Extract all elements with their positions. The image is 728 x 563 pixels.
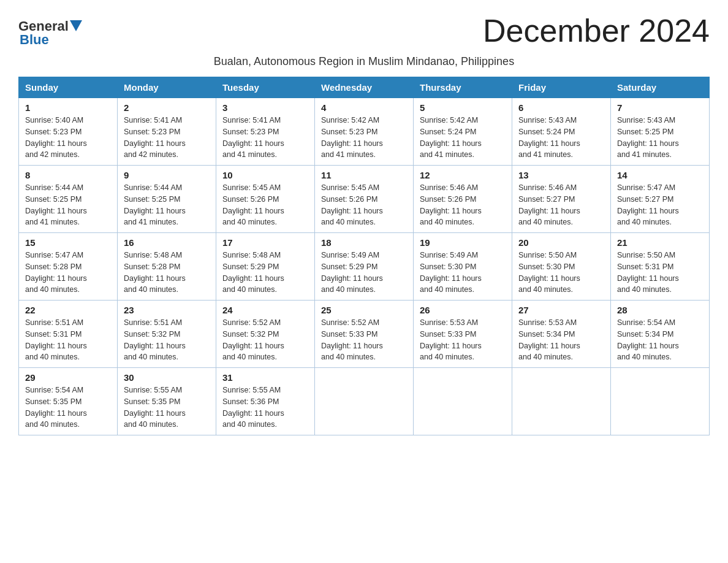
day-number: 14 [617, 170, 703, 180]
day-number: 30 [124, 372, 210, 383]
day-info: Sunrise: 5:44 AMSunset: 5:25 PMDaylight:… [124, 182, 210, 228]
day-info: Sunrise: 5:53 AMSunset: 5:34 PMDaylight:… [518, 317, 604, 363]
day-number: 22 [25, 305, 111, 315]
day-number: 1 [25, 102, 111, 113]
calendar-header-row: SundayMondayTuesdayWednesdayThursdayFrid… [19, 77, 710, 98]
day-number: 13 [518, 170, 604, 180]
day-info: Sunrise: 5:54 AMSunset: 5:34 PMDaylight:… [617, 317, 703, 363]
day-number: 25 [321, 305, 407, 315]
day-number: 4 [321, 102, 407, 113]
calendar-cell: 30Sunrise: 5:55 AMSunset: 5:35 PMDayligh… [118, 368, 216, 435]
day-number: 20 [518, 237, 604, 248]
calendar-cell [611, 368, 710, 435]
calendar-cell: 12Sunrise: 5:46 AMSunset: 5:26 PMDayligh… [414, 166, 512, 233]
day-info: Sunrise: 5:47 AMSunset: 5:28 PMDaylight:… [25, 250, 111, 296]
logo: General Blue [18, 18, 82, 48]
calendar-cell: 9Sunrise: 5:44 AMSunset: 5:25 PMDaylight… [118, 166, 216, 233]
location-subtitle: Bualan, Autonomous Region in Muslim Mind… [18, 55, 710, 68]
header-tuesday: Tuesday [216, 77, 315, 98]
day-number: 31 [222, 372, 308, 383]
calendar-cell: 11Sunrise: 5:45 AMSunset: 5:26 PMDayligh… [315, 166, 414, 233]
calendar-cell: 6Sunrise: 5:43 AMSunset: 5:24 PMDaylight… [512, 98, 611, 166]
day-info: Sunrise: 5:50 AMSunset: 5:31 PMDaylight:… [617, 250, 703, 296]
calendar-cell [315, 368, 414, 435]
day-info: Sunrise: 5:44 AMSunset: 5:25 PMDaylight:… [25, 182, 111, 228]
calendar-cell [414, 368, 512, 435]
week-row-5: 29Sunrise: 5:54 AMSunset: 5:35 PMDayligh… [19, 368, 710, 435]
calendar-cell: 21Sunrise: 5:50 AMSunset: 5:31 PMDayligh… [611, 233, 710, 301]
calendar-table: SundayMondayTuesdayWednesdayThursdayFrid… [18, 77, 710, 435]
header-wednesday: Wednesday [315, 77, 414, 98]
calendar-cell: 1Sunrise: 5:40 AMSunset: 5:23 PMDaylight… [19, 98, 118, 166]
day-number: 10 [222, 170, 308, 180]
day-info: Sunrise: 5:54 AMSunset: 5:35 PMDaylight:… [25, 385, 111, 431]
day-number: 3 [222, 102, 308, 113]
day-info: Sunrise: 5:40 AMSunset: 5:23 PMDaylight:… [25, 115, 111, 161]
header-friday: Friday [512, 77, 611, 98]
calendar-cell: 20Sunrise: 5:50 AMSunset: 5:30 PMDayligh… [512, 233, 611, 301]
header-sunday: Sunday [19, 77, 118, 98]
day-info: Sunrise: 5:55 AMSunset: 5:35 PMDaylight:… [124, 385, 210, 431]
calendar-cell: 31Sunrise: 5:55 AMSunset: 5:36 PMDayligh… [216, 368, 315, 435]
day-number: 5 [420, 102, 506, 113]
calendar-cell: 5Sunrise: 5:42 AMSunset: 5:24 PMDaylight… [414, 98, 512, 166]
logo-blue-text: Blue [20, 32, 49, 48]
calendar-cell: 29Sunrise: 5:54 AMSunset: 5:35 PMDayligh… [19, 368, 118, 435]
day-number: 8 [25, 170, 111, 180]
calendar-cell: 25Sunrise: 5:52 AMSunset: 5:33 PMDayligh… [315, 301, 414, 368]
day-number: 28 [617, 305, 703, 315]
day-info: Sunrise: 5:48 AMSunset: 5:29 PMDaylight:… [222, 250, 308, 296]
calendar-cell: 3Sunrise: 5:41 AMSunset: 5:23 PMDaylight… [216, 98, 315, 166]
day-info: Sunrise: 5:53 AMSunset: 5:33 PMDaylight:… [420, 317, 506, 363]
day-info: Sunrise: 5:41 AMSunset: 5:23 PMDaylight:… [124, 115, 210, 161]
calendar-cell: 24Sunrise: 5:52 AMSunset: 5:32 PMDayligh… [216, 301, 315, 368]
day-info: Sunrise: 5:43 AMSunset: 5:24 PMDaylight:… [518, 115, 604, 161]
calendar-cell: 22Sunrise: 5:51 AMSunset: 5:31 PMDayligh… [19, 301, 118, 368]
calendar-cell: 13Sunrise: 5:46 AMSunset: 5:27 PMDayligh… [512, 166, 611, 233]
week-row-1: 1Sunrise: 5:40 AMSunset: 5:23 PMDaylight… [19, 98, 710, 166]
day-number: 16 [124, 237, 210, 248]
day-info: Sunrise: 5:41 AMSunset: 5:23 PMDaylight:… [222, 115, 308, 161]
day-number: 29 [25, 372, 111, 383]
day-number: 21 [617, 237, 703, 248]
day-info: Sunrise: 5:52 AMSunset: 5:32 PMDaylight:… [222, 317, 308, 363]
day-info: Sunrise: 5:42 AMSunset: 5:23 PMDaylight:… [321, 115, 407, 161]
calendar-cell: 8Sunrise: 5:44 AMSunset: 5:25 PMDaylight… [19, 166, 118, 233]
day-number: 15 [25, 237, 111, 248]
day-info: Sunrise: 5:55 AMSunset: 5:36 PMDaylight:… [222, 385, 308, 431]
day-number: 6 [518, 102, 604, 113]
day-number: 19 [420, 237, 506, 248]
calendar-cell: 23Sunrise: 5:51 AMSunset: 5:32 PMDayligh… [118, 301, 216, 368]
day-info: Sunrise: 5:49 AMSunset: 5:29 PMDaylight:… [321, 250, 407, 296]
day-number: 2 [124, 102, 210, 113]
day-info: Sunrise: 5:49 AMSunset: 5:30 PMDaylight:… [420, 250, 506, 296]
day-info: Sunrise: 5:51 AMSunset: 5:31 PMDaylight:… [25, 317, 111, 363]
calendar-cell: 18Sunrise: 5:49 AMSunset: 5:29 PMDayligh… [315, 233, 414, 301]
day-number: 23 [124, 305, 210, 315]
page-header: General Blue December 2024 [18, 12, 710, 49]
day-number: 7 [617, 102, 703, 113]
day-info: Sunrise: 5:47 AMSunset: 5:27 PMDaylight:… [617, 182, 703, 228]
calendar-cell: 14Sunrise: 5:47 AMSunset: 5:27 PMDayligh… [611, 166, 710, 233]
calendar-cell: 4Sunrise: 5:42 AMSunset: 5:23 PMDaylight… [315, 98, 414, 166]
calendar-cell: 7Sunrise: 5:43 AMSunset: 5:25 PMDaylight… [611, 98, 710, 166]
day-number: 11 [321, 170, 407, 180]
calendar-cell: 15Sunrise: 5:47 AMSunset: 5:28 PMDayligh… [19, 233, 118, 301]
week-row-3: 15Sunrise: 5:47 AMSunset: 5:28 PMDayligh… [19, 233, 710, 301]
day-info: Sunrise: 5:52 AMSunset: 5:33 PMDaylight:… [321, 317, 407, 363]
day-info: Sunrise: 5:51 AMSunset: 5:32 PMDaylight:… [124, 317, 210, 363]
day-number: 12 [420, 170, 506, 180]
day-info: Sunrise: 5:46 AMSunset: 5:27 PMDaylight:… [518, 182, 604, 228]
calendar-cell: 17Sunrise: 5:48 AMSunset: 5:29 PMDayligh… [216, 233, 315, 301]
day-number: 24 [222, 305, 308, 315]
calendar-cell: 2Sunrise: 5:41 AMSunset: 5:23 PMDaylight… [118, 98, 216, 166]
calendar-cell: 10Sunrise: 5:45 AMSunset: 5:26 PMDayligh… [216, 166, 315, 233]
calendar-cell: 19Sunrise: 5:49 AMSunset: 5:30 PMDayligh… [414, 233, 512, 301]
day-info: Sunrise: 5:43 AMSunset: 5:25 PMDaylight:… [617, 115, 703, 161]
day-number: 18 [321, 237, 407, 248]
week-row-2: 8Sunrise: 5:44 AMSunset: 5:25 PMDaylight… [19, 166, 710, 233]
calendar-cell: 28Sunrise: 5:54 AMSunset: 5:34 PMDayligh… [611, 301, 710, 368]
week-row-4: 22Sunrise: 5:51 AMSunset: 5:31 PMDayligh… [19, 301, 710, 368]
day-info: Sunrise: 5:45 AMSunset: 5:26 PMDaylight:… [321, 182, 407, 228]
month-title: December 2024 [483, 12, 710, 49]
